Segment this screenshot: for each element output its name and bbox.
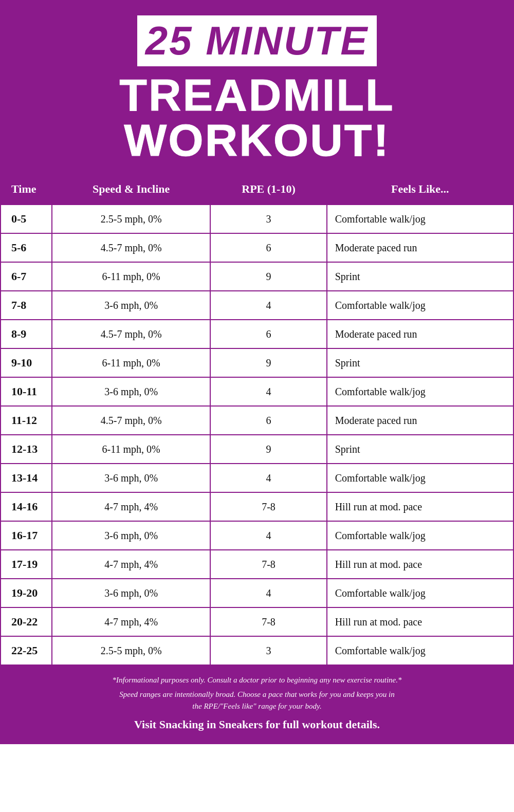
cell-rpe: 9 [210, 348, 326, 377]
cell-feels: Comfortable walk/jog [327, 636, 513, 665]
page-header: 25 MINUTE TREADMILL WORKOUT! [0, 0, 514, 173]
table-row: 12-13 6-11 mph, 0% 9 Sprint [1, 435, 513, 464]
cell-time: 20-22 [1, 607, 52, 636]
cell-rpe: 6 [210, 320, 326, 348]
cell-time: 17-19 [1, 550, 52, 579]
cell-feels: Sprint [327, 262, 513, 291]
cell-feels: Sprint [327, 435, 513, 464]
cell-speed: 3-6 mph, 0% [52, 521, 210, 550]
cell-speed: 6-11 mph, 0% [52, 348, 210, 377]
cell-time: 12-13 [1, 435, 52, 464]
cell-speed: 4.5-7 mph, 0% [52, 320, 210, 348]
col-header-feels: Feels Like... [327, 174, 513, 205]
cell-rpe: 7-8 [210, 550, 326, 579]
cell-speed: 3-6 mph, 0% [52, 464, 210, 492]
cell-time: 7-8 [1, 291, 52, 320]
cell-time: 6-7 [1, 262, 52, 291]
table-row: 11-12 4.5-7 mph, 0% 6 Moderate paced run [1, 406, 513, 435]
cell-feels: Comfortable walk/jog [327, 291, 513, 320]
cell-feels: Comfortable walk/jog [327, 464, 513, 492]
cell-time: 16-17 [1, 521, 52, 550]
cell-rpe: 7-8 [210, 607, 326, 636]
cell-rpe: 9 [210, 262, 326, 291]
cell-feels: Moderate paced run [327, 406, 513, 435]
table-row: 10-11 3-6 mph, 0% 4 Comfortable walk/jog [1, 377, 513, 406]
cell-feels: Comfortable walk/jog [327, 521, 513, 550]
cell-feels: Comfortable walk/jog [327, 579, 513, 607]
cell-feels: Comfortable walk/jog [327, 377, 513, 406]
cell-rpe: 4 [210, 521, 326, 550]
cell-speed: 3-6 mph, 0% [52, 291, 210, 320]
table-row: 13-14 3-6 mph, 0% 4 Comfortable walk/jog [1, 464, 513, 492]
cell-rpe: 6 [210, 233, 326, 262]
col-header-rpe: RPE (1-10) [210, 174, 326, 205]
footer-disclaimer: *Informational purposes only. Consult a … [15, 676, 499, 685]
workout-table: Time Speed & Incline RPE (1-10) Feels Li… [0, 173, 514, 666]
cell-speed: 4.5-7 mph, 0% [52, 406, 210, 435]
col-header-speed: Speed & Incline [52, 174, 210, 205]
cell-rpe: 3 [210, 205, 326, 233]
cell-speed: 6-11 mph, 0% [52, 262, 210, 291]
cell-time: 0-5 [1, 205, 52, 233]
table-row: 7-8 3-6 mph, 0% 4 Comfortable walk/jog [1, 291, 513, 320]
cell-speed: 4-7 mph, 4% [52, 550, 210, 579]
cell-time: 13-14 [1, 464, 52, 492]
table-row: 9-10 6-11 mph, 0% 9 Sprint [1, 348, 513, 377]
cell-time: 11-12 [1, 406, 52, 435]
cell-feels: Comfortable walk/jog [327, 205, 513, 233]
page-footer: *Informational purposes only. Consult a … [0, 666, 514, 744]
table-row: 0-5 2.5-5 mph, 0% 3 Comfortable walk/jog [1, 205, 513, 233]
cell-speed: 6-11 mph, 0% [52, 435, 210, 464]
cell-time: 19-20 [1, 579, 52, 607]
cell-feels: Moderate paced run [327, 320, 513, 348]
cell-rpe: 6 [210, 406, 326, 435]
cell-rpe: 4 [210, 291, 326, 320]
cell-rpe: 9 [210, 435, 326, 464]
footer-note: Speed ranges are intentionally broad. Ch… [15, 689, 499, 712]
cell-speed: 3-6 mph, 0% [52, 377, 210, 406]
table-row: 22-25 2.5-5 mph, 0% 3 Comfortable walk/j… [1, 636, 513, 665]
cell-feels: Moderate paced run [327, 233, 513, 262]
table-row: 14-16 4-7 mph, 4% 7-8 Hill run at mod. p… [1, 492, 513, 521]
cell-feels: Sprint [327, 348, 513, 377]
cell-feels: Hill run at mod. pace [327, 550, 513, 579]
cell-rpe: 3 [210, 636, 326, 665]
table-row: 6-7 6-11 mph, 0% 9 Sprint [1, 262, 513, 291]
cell-rpe: 4 [210, 464, 326, 492]
table-row: 5-6 4.5-7 mph, 0% 6 Moderate paced run [1, 233, 513, 262]
cell-time: 5-6 [1, 233, 52, 262]
cell-speed: 2.5-5 mph, 0% [52, 205, 210, 233]
cell-speed: 4-7 mph, 4% [52, 492, 210, 521]
col-header-time: Time [1, 174, 52, 205]
cell-time: 22-25 [1, 636, 52, 665]
cell-rpe: 4 [210, 377, 326, 406]
cell-speed: 3-6 mph, 0% [52, 579, 210, 607]
workout-table-container: Time Speed & Incline RPE (1-10) Feels Li… [0, 173, 514, 666]
table-row: 8-9 4.5-7 mph, 0% 6 Moderate paced run [1, 320, 513, 348]
table-row: 20-22 4-7 mph, 4% 7-8 Hill run at mod. p… [1, 607, 513, 636]
cell-speed: 4.5-7 mph, 0% [52, 233, 210, 262]
cell-speed: 2.5-5 mph, 0% [52, 636, 210, 665]
table-header-row: Time Speed & Incline RPE (1-10) Feels Li… [1, 174, 513, 205]
cell-rpe: 4 [210, 579, 326, 607]
cell-feels: Hill run at mod. pace [327, 607, 513, 636]
footer-visit: Visit Snacking in Sneakers for full work… [15, 718, 499, 731]
table-row: 19-20 3-6 mph, 0% 4 Comfortable walk/jog [1, 579, 513, 607]
table-row: 16-17 3-6 mph, 0% 4 Comfortable walk/jog [1, 521, 513, 550]
title-bottom: TREADMILL WORKOUT! [10, 72, 504, 163]
cell-time: 10-11 [1, 377, 52, 406]
table-row: 17-19 4-7 mph, 4% 7-8 Hill run at mod. p… [1, 550, 513, 579]
cell-rpe: 7-8 [210, 492, 326, 521]
title-top: 25 MINUTE [137, 15, 377, 66]
cell-time: 8-9 [1, 320, 52, 348]
cell-speed: 4-7 mph, 4% [52, 607, 210, 636]
cell-feels: Hill run at mod. pace [327, 492, 513, 521]
cell-time: 9-10 [1, 348, 52, 377]
cell-time: 14-16 [1, 492, 52, 521]
